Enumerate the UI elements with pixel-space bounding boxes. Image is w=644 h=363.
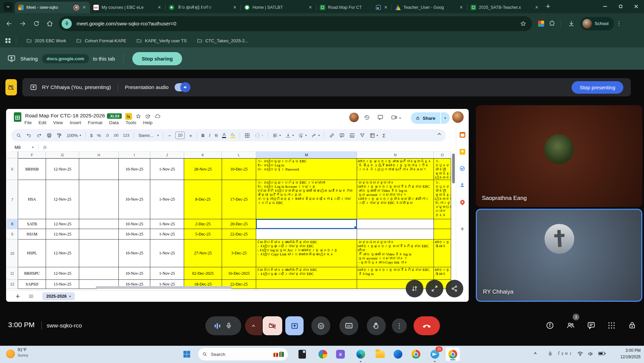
browser-tab-6[interactable]: Teacher_User - Goog× [392,2,467,13]
italic-button[interactable]: I [209,133,210,138]
menu-tools[interactable]: Tools [126,120,136,125]
tab-close-icon[interactable]: × [82,5,87,10]
horizontal-align-button[interactable]: ▾ [272,133,281,138]
tasks-icon[interactable] [459,165,466,172]
column-header-N[interactable]: N [357,152,434,158]
bookmark-item-1[interactable]: 2025 EBC Work [26,38,66,43]
cell-N7[interactable]: លទ្ធផលទទួលបាន -លោកគ្រូ អ្នកគ្រូ យល់ដឹងពី… [357,180,434,219]
cell-G8[interactable]: 12-Nov-25 [46,219,79,229]
edge-icon[interactable] [355,348,367,360]
pivot-table-button[interactable]: ▾ [370,133,378,138]
mic-button[interactable] [205,316,241,335]
cell-F12[interactable]: SAPSD [18,280,46,289]
menu-format[interactable]: Format [88,120,103,125]
cell-F8[interactable]: SATB [18,219,46,229]
bookmark-item-4[interactable]: CTC_Takeo_2025-2... [197,38,248,43]
cell-O11[interactable]: លោកគ្រូ ចំណេះដ [434,267,451,280]
activities-button[interactable] [607,321,616,330]
cell-M8[interactable] [256,219,357,229]
cell-O6[interactable]: ១. ក្បួនទ ម៉ាង់ញ៉ា មួយចំនួន រៀងយតប [434,158,451,180]
bold-button[interactable]: B [201,133,204,138]
url-text[interactable]: meet.google.com/sww-sqko-rco?authuser=0 [76,21,176,26]
reactions-button[interactable] [311,316,330,335]
decrease-font-size-button[interactable]: − [168,133,171,138]
horizontal-scrollbar[interactable] [96,286,232,289]
cell-K11[interactable]: 02-Dec-2025 [184,267,222,280]
browser-tab-4[interactable]: Home | SATLBT× [241,2,316,13]
menu-file[interactable]: File [24,120,32,125]
cell-M11[interactable]: - ណែនាំពត៌មានខ្លះទៅអំពីថ្នាល EBC - របៀបច… [256,267,357,280]
participant-tile-active[interactable]: RY Chhaiya [476,209,642,302]
cell-F9[interactable]: HS1M [18,229,46,240]
name-box-caret[interactable]: ▾ [32,145,34,149]
share-button[interactable]: Share [411,112,440,124]
meet-camera-icon[interactable] [391,114,398,121]
column-header-H[interactable]: H [79,152,119,158]
cell-L11[interactable]: 16-Dec-2025 [222,267,256,280]
cell-M7[interactable]: ១- របៀបចូលប្រព័ន្ធ EBC របស់សាលា ២- របៀប … [256,180,357,219]
paint-format-icon[interactable] [57,133,62,138]
borders-icon[interactable] [244,133,250,138]
browser-tab-1[interactable]: Meet - sww-sqko× [15,2,90,13]
insert-link-icon[interactable] [329,133,335,138]
photos-icon[interactable] [317,348,329,360]
cell-J11[interactable]: 1-Nov-25 [150,267,184,280]
more-formats-button[interactable]: 123 [123,133,129,137]
cell-I10[interactable]: 10-Nov-25 [119,240,150,267]
cell-N11[interactable]: -លោកគ្រូ អ្នកគ្រូ យល់ដឹងពីថ្នាល EBC និងl… [357,267,434,280]
cell-I8[interactable]: 10-Nov-25 [119,219,150,229]
window-close-button[interactable] [628,0,644,13]
tab-close-icon[interactable]: × [383,5,388,10]
format-percent-button[interactable]: % [97,133,101,138]
zoom-select[interactable]: 100%▾ [67,133,81,138]
weather-temp[interactable]: 91°F [18,347,27,352]
column-header-O[interactable]: O [434,152,451,158]
tab-close-icon[interactable]: × [459,5,464,10]
cell-H7[interactable] [79,180,119,219]
cell-F11[interactable]: BRHSPC [18,267,46,280]
cell-G12[interactable]: 13-Nov-25 [46,280,79,289]
increase-decimal-button[interactable]: .00 [113,133,118,137]
browser-tab-7[interactable]: 2025_SATB-Teacher.x× [467,2,542,13]
cell-F10[interactable]: HSPL [18,240,46,267]
cell-L7[interactable]: 17-Dec-25 [222,180,256,219]
cell-L6[interactable]: 10-Dec-25 [222,158,256,180]
tab-close-icon[interactable]: × [534,5,539,10]
extensions-icon[interactable] [546,18,558,29]
more-options-button[interactable]: ⋮ [392,318,407,333]
stop-presenting-button[interactable]: Stop presenting [572,81,623,94]
volume-icon[interactable] [587,351,593,357]
calendar-icon[interactable] [459,131,466,138]
chrome-icon[interactable] [410,348,422,360]
address-bar[interactable]: meet.google.com/sww-sqko-rco?authuser=0 [59,16,532,31]
version-history-icon[interactable] [363,114,370,121]
cell-J9[interactable]: 1-Nov-25 [150,229,184,240]
cell-K6[interactable]: 28-Nov-25 [184,158,222,180]
people-button[interactable] [566,321,575,330]
cell-M12[interactable] [256,280,357,289]
tab-close-icon[interactable]: × [157,5,162,10]
cell-L10[interactable]: 3-Dec-25 [222,240,256,267]
weather-condition[interactable]: Sunny [18,353,28,357]
raise-hand-button[interactable] [367,316,386,335]
cell-O9[interactable] [434,229,451,240]
window-maximize-button[interactable] [613,0,628,13]
text-color-button[interactable]: A [222,133,226,138]
back-button[interactable] [3,18,15,29]
reload-button[interactable] [30,18,42,29]
cell-L8[interactable]: 20-Dec-25 [222,219,256,229]
maps-icon[interactable] [459,199,466,205]
host-controls-button[interactable] [628,321,637,330]
cell-I11[interactable]: 10-Nov-25 [119,267,150,280]
language-indicator[interactable]: ខ្មែរ [560,351,573,356]
column-header-J[interactable]: J [150,152,184,158]
cell-I6[interactable]: 10-Nov-25 [119,158,150,180]
cell-N9[interactable] [357,229,434,240]
cell-O8[interactable] [434,219,451,229]
menu-edit[interactable]: Edit [39,120,46,125]
browser-tab-5[interactable]: Road Map For CT× [316,2,392,13]
row-header-10[interactable]: 10 [7,240,18,267]
cell-K7[interactable]: 8-Dec-25 [184,180,222,219]
downloads-icon[interactable] [565,18,577,29]
column-header-M[interactable]: M [256,152,357,158]
